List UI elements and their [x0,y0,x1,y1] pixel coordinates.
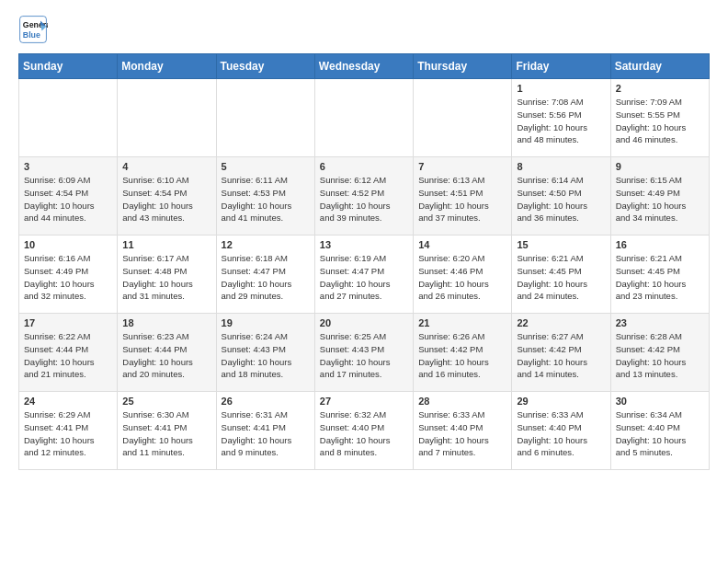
weekday-thursday: Thursday [414,54,512,79]
day-cell: 21Sunrise: 6:26 AM Sunset: 4:42 PM Dayli… [414,314,512,392]
day-number: 30 [616,396,704,407]
day-cell [314,79,413,157]
day-cell: 3Sunrise: 6:09 AM Sunset: 4:54 PM Daylig… [19,157,118,236]
header: General Blue [18,15,710,44]
day-cell: 6Sunrise: 6:12 AM Sunset: 4:52 PM Daylig… [314,157,413,236]
day-cell [19,79,118,157]
week-row-1: 1Sunrise: 7:08 AM Sunset: 5:56 PM Daylig… [19,79,710,157]
day-info: Sunrise: 6:16 AM Sunset: 4:49 PM Dayligh… [24,252,112,303]
day-cell: 2Sunrise: 7:09 AM Sunset: 5:55 PM Daylig… [610,79,709,157]
day-info: Sunrise: 6:30 AM Sunset: 4:41 PM Dayligh… [122,408,210,459]
day-info: Sunrise: 6:10 AM Sunset: 4:54 PM Dayligh… [122,174,210,224]
day-cell [118,79,216,157]
day-info: Sunrise: 6:33 AM Sunset: 4:40 PM Dayligh… [418,408,506,459]
day-number: 18 [122,317,210,328]
day-info: Sunrise: 6:26 AM Sunset: 4:42 PM Dayligh… [418,330,506,381]
day-number: 23 [616,317,704,328]
week-row-4: 17Sunrise: 6:22 AM Sunset: 4:44 PM Dayli… [19,314,710,392]
day-info: Sunrise: 6:09 AM Sunset: 4:54 PM Dayligh… [24,174,112,224]
week-row-2: 3Sunrise: 6:09 AM Sunset: 4:54 PM Daylig… [19,157,710,236]
day-cell: 26Sunrise: 6:31 AM Sunset: 4:41 PM Dayli… [216,392,314,470]
day-cell: 25Sunrise: 6:30 AM Sunset: 4:41 PM Dayli… [118,392,216,470]
calendar-table: SundayMondayTuesdayWednesdayThursdayFrid… [18,53,710,470]
day-cell: 1Sunrise: 7:08 AM Sunset: 5:56 PM Daylig… [512,79,610,157]
day-number: 15 [517,239,605,250]
day-info: Sunrise: 6:33 AM Sunset: 4:40 PM Dayligh… [517,408,605,459]
day-number: 22 [517,317,605,328]
day-number: 1 [517,83,605,94]
weekday-sunday: Sunday [19,54,118,79]
day-info: Sunrise: 6:20 AM Sunset: 4:46 PM Dayligh… [418,252,506,303]
day-number: 2 [616,83,704,94]
day-cell: 15Sunrise: 6:21 AM Sunset: 4:45 PM Dayli… [512,236,610,314]
day-info: Sunrise: 6:18 AM Sunset: 4:47 PM Dayligh… [222,252,310,303]
weekday-monday: Monday [118,54,216,79]
day-cell: 8Sunrise: 6:14 AM Sunset: 4:50 PM Daylig… [512,157,610,236]
day-cell: 17Sunrise: 6:22 AM Sunset: 4:44 PM Dayli… [19,314,118,392]
day-cell: 5Sunrise: 6:11 AM Sunset: 4:53 PM Daylig… [216,157,314,236]
day-info: Sunrise: 6:13 AM Sunset: 4:51 PM Dayligh… [418,174,506,224]
page: General Blue SundayMondayTuesdayWednesda… [0,0,728,488]
day-number: 9 [616,161,704,172]
day-info: Sunrise: 7:09 AM Sunset: 5:55 PM Dayligh… [616,96,704,146]
day-info: Sunrise: 6:25 AM Sunset: 4:43 PM Dayligh… [320,330,408,381]
day-cell: 13Sunrise: 6:19 AM Sunset: 4:47 PM Dayli… [314,236,413,314]
day-cell: 4Sunrise: 6:10 AM Sunset: 4:54 PM Daylig… [118,157,216,236]
day-info: Sunrise: 6:19 AM Sunset: 4:47 PM Dayligh… [320,252,408,303]
day-number: 3 [24,161,112,172]
day-cell: 27Sunrise: 6:32 AM Sunset: 4:40 PM Dayli… [314,392,413,470]
day-number: 12 [222,239,310,250]
day-cell: 11Sunrise: 6:17 AM Sunset: 4:48 PM Dayli… [118,236,216,314]
day-number: 5 [222,161,310,172]
day-info: Sunrise: 6:23 AM Sunset: 4:44 PM Dayligh… [122,330,210,381]
weekday-wednesday: Wednesday [314,54,413,79]
day-number: 21 [418,317,506,328]
day-info: Sunrise: 7:08 AM Sunset: 5:56 PM Dayligh… [517,96,605,146]
day-info: Sunrise: 6:29 AM Sunset: 4:41 PM Dayligh… [24,408,112,459]
day-cell: 28Sunrise: 6:33 AM Sunset: 4:40 PM Dayli… [414,392,512,470]
svg-text:Blue: Blue [23,30,40,40]
day-info: Sunrise: 6:12 AM Sunset: 4:52 PM Dayligh… [320,174,408,224]
day-number: 13 [320,239,408,250]
day-number: 14 [418,239,506,250]
day-number: 25 [122,396,210,407]
day-cell: 9Sunrise: 6:15 AM Sunset: 4:49 PM Daylig… [610,157,709,236]
day-info: Sunrise: 6:21 AM Sunset: 4:45 PM Dayligh… [517,252,605,303]
day-cell: 18Sunrise: 6:23 AM Sunset: 4:44 PM Dayli… [118,314,216,392]
day-cell: 19Sunrise: 6:24 AM Sunset: 4:43 PM Dayli… [216,314,314,392]
day-info: Sunrise: 6:21 AM Sunset: 4:45 PM Dayligh… [616,252,704,303]
weekday-header-row: SundayMondayTuesdayWednesdayThursdayFrid… [19,54,710,79]
day-cell: 22Sunrise: 6:27 AM Sunset: 4:42 PM Dayli… [512,314,610,392]
day-number: 7 [418,161,506,172]
day-cell: 24Sunrise: 6:29 AM Sunset: 4:41 PM Dayli… [19,392,118,470]
day-info: Sunrise: 6:17 AM Sunset: 4:48 PM Dayligh… [122,252,210,303]
day-cell: 16Sunrise: 6:21 AM Sunset: 4:45 PM Dayli… [610,236,709,314]
weekday-friday: Friday [512,54,610,79]
day-number: 16 [616,239,704,250]
day-number: 8 [517,161,605,172]
logo-icon: General Blue [18,15,48,44]
day-number: 28 [418,396,506,407]
day-info: Sunrise: 6:24 AM Sunset: 4:43 PM Dayligh… [222,330,310,381]
day-info: Sunrise: 6:11 AM Sunset: 4:53 PM Dayligh… [222,174,310,224]
day-number: 26 [222,396,310,407]
day-number: 6 [320,161,408,172]
logo: General Blue [18,15,48,44]
day-cell: 10Sunrise: 6:16 AM Sunset: 4:49 PM Dayli… [19,236,118,314]
day-cell [216,79,314,157]
day-number: 19 [222,317,310,328]
weekday-tuesday: Tuesday [216,54,314,79]
day-number: 17 [24,317,112,328]
weekday-saturday: Saturday [610,54,709,79]
day-info: Sunrise: 6:28 AM Sunset: 4:42 PM Dayligh… [616,330,704,381]
week-row-3: 10Sunrise: 6:16 AM Sunset: 4:49 PM Dayli… [19,236,710,314]
day-info: Sunrise: 6:15 AM Sunset: 4:49 PM Dayligh… [616,174,704,224]
day-number: 4 [122,161,210,172]
day-info: Sunrise: 6:27 AM Sunset: 4:42 PM Dayligh… [517,330,605,381]
week-row-5: 24Sunrise: 6:29 AM Sunset: 4:41 PM Dayli… [19,392,710,470]
day-number: 24 [24,396,112,407]
day-cell: 20Sunrise: 6:25 AM Sunset: 4:43 PM Dayli… [314,314,413,392]
day-cell [414,79,512,157]
day-cell: 14Sunrise: 6:20 AM Sunset: 4:46 PM Dayli… [414,236,512,314]
day-number: 29 [517,396,605,407]
